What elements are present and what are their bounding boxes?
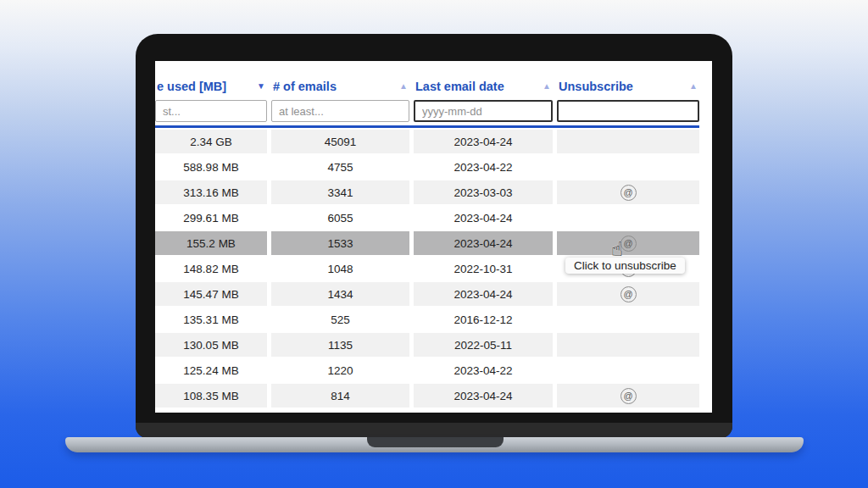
date-filter-input[interactable] xyxy=(414,100,553,122)
unsubscribe-cell: @ xyxy=(557,231,699,255)
size-cell: 299.61 MB xyxy=(155,206,267,230)
sort-desc-icon[interactable]: ▼ xyxy=(257,82,265,91)
table-row[interactable]: 135.31 MB 525 2016-12-12 xyxy=(155,308,699,331)
unsubscribe-at-icon[interactable]: @ xyxy=(620,185,637,201)
table-row[interactable]: 125.24 MB 1220 2023-04-22 xyxy=(155,358,699,382)
size-cell: 155.2 MB xyxy=(155,231,267,255)
unsubscribe-cell xyxy=(557,308,699,331)
sort-asc-icon[interactable]: ▲ xyxy=(689,82,698,91)
column-header-emails[interactable]: # of emails▲ xyxy=(271,76,409,97)
unsubscribe-at-icon[interactable]: @ xyxy=(620,236,637,252)
column-label: Unsubscribe xyxy=(559,80,633,93)
emails-cell: 6055 xyxy=(271,206,409,230)
size-cell: 588.98 MB xyxy=(155,155,267,179)
column-label: e used [MB] xyxy=(157,80,226,93)
date-cell: 2022-05-11 xyxy=(414,333,553,357)
date-cell: 2023-03-03 xyxy=(414,180,553,204)
table-row[interactable]: 2.34 GB 45091 2023-04-24 xyxy=(155,130,699,153)
unsubscribe-cell xyxy=(557,206,699,230)
emails-cell: 1533 xyxy=(271,231,409,255)
unsubscribe-cell xyxy=(557,155,699,179)
column-header-date[interactable]: Last email date▲ xyxy=(414,76,553,97)
date-cell: 2023-04-22 xyxy=(414,155,553,179)
filter-row xyxy=(155,98,699,124)
date-cell: 2022-10-31 xyxy=(414,257,553,280)
header-divider xyxy=(155,125,699,128)
column-label: Last email date xyxy=(415,80,504,93)
size-cell: 148.82 MB xyxy=(155,257,267,280)
unsubscribe-at-icon[interactable] xyxy=(621,362,636,376)
size-cell: 313.16 MB xyxy=(155,180,267,204)
unsubscribe-at-icon[interactable]: @ xyxy=(620,388,637,404)
column-header-unsubscribe[interactable]: Unsubscribe▲ xyxy=(557,76,699,97)
table-header-row: e used [MB]▼ # of emails▲ Last email dat… xyxy=(155,76,699,97)
date-cell: 2016-12-12 xyxy=(414,308,553,331)
size-cell: 145.47 MB xyxy=(155,282,267,306)
laptop-frame: e used [MB]▼ # of emails▲ Last email dat… xyxy=(136,34,732,438)
size-cell: 108.35 MB xyxy=(155,384,267,408)
unsubscribe-at-icon[interactable] xyxy=(621,336,636,351)
date-cell: 2023-04-24 xyxy=(414,231,553,255)
emails-cell: 1220 xyxy=(271,358,409,382)
unsubscribe-cell: @ xyxy=(557,180,699,204)
table-row[interactable]: 145.47 MB 1434 2023-04-24 @ xyxy=(155,282,699,306)
date-cell: 2023-04-24 xyxy=(414,206,553,230)
size-cell: 2.34 GB xyxy=(155,130,267,153)
unsubscribe-at-icon[interactable] xyxy=(621,311,636,325)
emails-cell: 45091 xyxy=(271,130,409,153)
unsubscribe-at-icon[interactable] xyxy=(621,209,636,224)
laptop-base xyxy=(65,437,804,452)
date-cell: 2023-04-24 xyxy=(414,384,553,408)
unsubscribe-at-icon[interactable] xyxy=(621,158,636,173)
emails-cell: 1434 xyxy=(271,282,409,306)
emails-cell: 1048 xyxy=(271,257,409,280)
table-row-highlighted[interactable]: 155.2 MB 1533 2023-04-24 @ xyxy=(155,231,699,255)
table-row[interactable]: 588.98 MB 4755 2023-04-22 xyxy=(155,155,699,179)
emails-cell: 814 xyxy=(271,384,409,408)
app-screen: e used [MB]▼ # of emails▲ Last email dat… xyxy=(155,61,712,413)
sort-asc-icon[interactable]: ▲ xyxy=(542,82,551,91)
size-filter-input[interactable] xyxy=(155,100,267,122)
laptop-chin xyxy=(136,423,732,438)
table-row[interactable]: 130.05 MB 1135 2022-05-11 xyxy=(155,333,699,357)
unsubscribe-tooltip: Click to unsubscribe xyxy=(565,258,685,274)
emails-cell: 3341 xyxy=(271,180,409,204)
unsubscribe-filter-input[interactable] xyxy=(557,100,699,122)
table-row[interactable]: 299.61 MB 6055 2023-04-24 xyxy=(155,206,699,230)
unsubscribe-cell xyxy=(557,358,699,382)
date-cell: 2023-04-24 xyxy=(414,130,553,153)
emails-cell: 4755 xyxy=(271,155,409,179)
unsubscribe-at-icon[interactable]: @ xyxy=(620,286,637,302)
sort-asc-icon[interactable]: ▲ xyxy=(399,82,408,91)
date-cell: 2023-04-24 xyxy=(414,282,553,306)
emails-filter-input[interactable] xyxy=(271,100,409,122)
table-row[interactable]: 313.16 MB 3341 2023-03-03 @ xyxy=(155,180,699,204)
size-cell: 125.24 MB xyxy=(155,358,267,382)
table-row[interactable]: 108.35 MB 814 2023-04-24 @ xyxy=(155,384,699,408)
unsubscribe-cell xyxy=(557,130,699,153)
column-label: # of emails xyxy=(273,80,337,93)
emails-cell: 1135 xyxy=(271,333,409,357)
unsubscribe-cell: @ xyxy=(557,282,699,306)
column-header-size[interactable]: e used [MB]▼ xyxy=(155,76,267,97)
date-cell: 2023-04-22 xyxy=(414,358,553,382)
unsubscribe-cell: @ xyxy=(557,384,699,408)
size-cell: 135.31 MB xyxy=(155,308,267,331)
email-table: e used [MB]▼ # of emails▲ Last email dat… xyxy=(155,75,704,409)
unsubscribe-cell xyxy=(557,333,699,357)
emails-cell: 525 xyxy=(271,308,409,331)
unsubscribe-at-icon[interactable] xyxy=(621,133,636,147)
size-cell: 130.05 MB xyxy=(155,333,267,357)
laptop-base-notch xyxy=(367,437,504,447)
